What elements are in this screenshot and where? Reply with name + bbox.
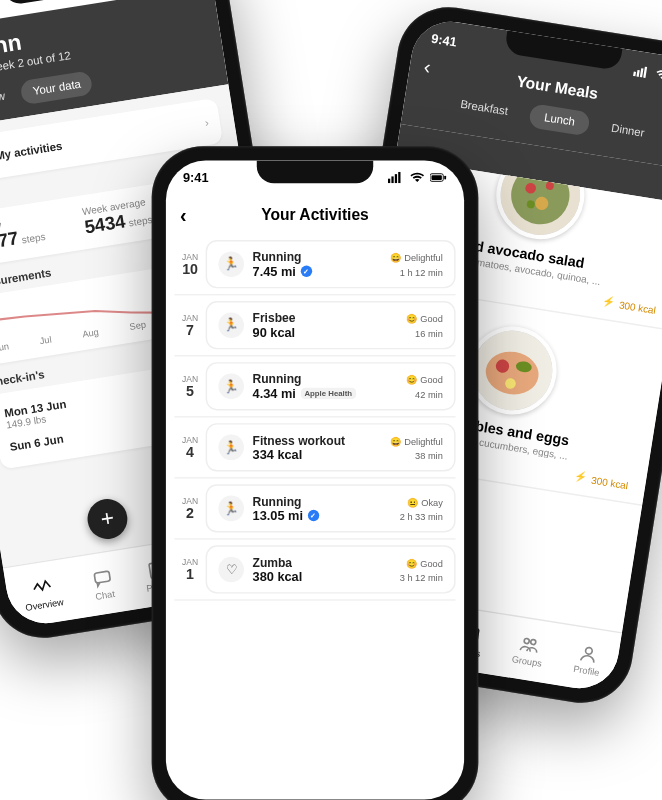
svg-point-38 (586, 646, 594, 654)
month-label: Aug (82, 326, 100, 338)
bolt-icon: ⚡ (602, 296, 616, 309)
nav-label: Chat (94, 588, 115, 601)
activity-row[interactable]: JAN10🏃Running7.45 mi ✓😄Delightful1 h 12 … (174, 234, 455, 295)
activity-duration: 1 h 12 min (390, 266, 443, 276)
activity-type-icon: 🏃 (218, 435, 244, 461)
wifi-icon (654, 68, 662, 82)
battery-icon (430, 172, 447, 183)
nav-label: Overview (25, 596, 65, 612)
nav-overview[interactable]: Overview (21, 575, 64, 612)
activities-list[interactable]: JAN10🏃Running7.45 mi ✓😄Delightful1 h 12 … (166, 234, 464, 799)
month-label: Jun (0, 341, 10, 353)
activity-value: 4.34 mi Apple Health (253, 386, 398, 400)
steps-today-value: 2177 (0, 227, 20, 254)
activity-mood: 😊Good (406, 313, 443, 324)
activity-value: 90 kcal (253, 325, 398, 339)
steps-today-unit: steps (21, 231, 46, 245)
tab-breakfast[interactable]: Breakfast (445, 90, 524, 126)
svg-point-36 (524, 637, 530, 643)
status-time: 9:41 (430, 31, 457, 49)
activity-duration: 16 min (406, 327, 443, 337)
verified-icon: ✓ (300, 266, 311, 277)
nav-label: Groups (511, 653, 542, 668)
activity-value: 334 kcal (253, 447, 382, 461)
source-badge: Apple Health (300, 388, 356, 399)
svg-rect-42 (398, 172, 400, 183)
activity-name: Running (253, 250, 382, 264)
activity-row[interactable]: JAN2🏃Running13.05 mi ✓😐Okay2 h 33 min (174, 479, 455, 540)
svg-rect-45 (444, 176, 446, 180)
activity-name: Running (253, 494, 392, 508)
svg-point-37 (531, 639, 537, 645)
tab-lunch[interactable]: Lunch (528, 103, 590, 136)
svg-rect-41 (395, 174, 397, 183)
mood-emoji-icon: 😐 (407, 496, 418, 507)
nav-chat[interactable]: Chat (91, 567, 116, 601)
bolt-icon: ⚡ (574, 471, 588, 484)
meal-kcal-value: 300 kcal (591, 474, 629, 490)
nav-profile[interactable]: Profile (573, 642, 604, 677)
activity-duration: 3 h 12 min (400, 572, 443, 582)
overview-icon (31, 576, 54, 599)
svg-rect-15 (636, 70, 639, 77)
back-button[interactable]: ‹ (180, 203, 187, 226)
activity-duration: 42 min (406, 388, 443, 398)
mood-emoji-icon: 😄 (390, 435, 401, 446)
mood-emoji-icon: 😄 (390, 252, 401, 263)
groups-icon (518, 633, 541, 656)
activity-name: Fitness workout (253, 433, 382, 447)
activity-mood: 😄Delightful (390, 435, 443, 446)
tab-dinner[interactable]: Dinner (595, 114, 660, 148)
activity-date: JAN5 (174, 362, 205, 410)
phone-activities: 9:41 ‹ Your Activities JAN10🏃Running7.45… (152, 146, 479, 800)
activity-mood: 😄Delightful (390, 252, 443, 263)
activity-type-icon: ♡ (218, 557, 244, 583)
activity-type-icon: 🏃 (218, 251, 244, 277)
meal-kcal: ⚡300 kcal (574, 471, 629, 491)
activity-name: Frisbee (253, 311, 398, 325)
meal-kcal-value: 300 kcal (619, 299, 657, 315)
activity-date: JAN7 (174, 301, 205, 349)
activity-value: 13.05 mi ✓ (253, 508, 392, 522)
activity-row[interactable]: JAN5🏃Running4.34 mi Apple Health😊Good42 … (174, 356, 455, 417)
activity-name: Running (253, 372, 398, 386)
svg-rect-44 (431, 175, 441, 180)
activity-duration: 2 h 33 min (400, 511, 443, 521)
month-label: Sep (129, 319, 147, 331)
activity-type-icon: 🏃 (218, 496, 244, 522)
wifi-icon (409, 172, 426, 183)
status-time: 9:41 (183, 170, 209, 184)
svg-rect-17 (643, 66, 647, 78)
activity-row[interactable]: JAN1♡Zumba380 kcal😊Good3 h 12 min (174, 540, 455, 601)
mood-emoji-icon: 😊 (406, 313, 417, 324)
activity-row[interactable]: JAN4🏃Fitness workout334 kcal😄Delightful3… (174, 418, 455, 479)
activity-name: Zumba (253, 555, 392, 569)
my-activities-label: My activities (0, 139, 63, 162)
nav-groups[interactable]: Groups (511, 632, 546, 668)
tab-your-data[interactable]: Your data (20, 70, 94, 105)
svg-rect-7 (94, 570, 110, 582)
activity-mood: 😐Okay (400, 496, 443, 507)
tab-overview[interactable]: Overview (0, 82, 18, 117)
activity-mood: 😊Good (400, 557, 443, 568)
svg-rect-40 (391, 176, 393, 183)
activity-date: JAN4 (174, 423, 205, 471)
activity-value: 7.45 mi ✓ (253, 264, 382, 278)
activity-value: 380 kcal (253, 569, 392, 583)
chevron-right-icon: › (204, 116, 210, 129)
activity-date: JAN2 (174, 484, 205, 532)
mood-emoji-icon: 😊 (406, 374, 417, 385)
month-label: Jul (39, 334, 52, 346)
verified-icon: ✓ (307, 510, 318, 521)
meal-kcal: ⚡300 kcal (602, 296, 657, 316)
activity-type-icon: 🏃 (218, 312, 244, 338)
activity-row[interactable]: JAN7🏃Frisbee90 kcal😊Good16 min (174, 295, 455, 356)
mood-emoji-icon: 😊 (406, 557, 417, 568)
chat-icon (91, 567, 114, 590)
activity-date: JAN1 (174, 545, 205, 593)
svg-rect-16 (640, 68, 644, 77)
activity-type-icon: 🏃 (218, 374, 244, 400)
svg-rect-14 (633, 72, 636, 77)
activity-date: JAN10 (174, 240, 205, 288)
svg-rect-39 (388, 179, 390, 184)
